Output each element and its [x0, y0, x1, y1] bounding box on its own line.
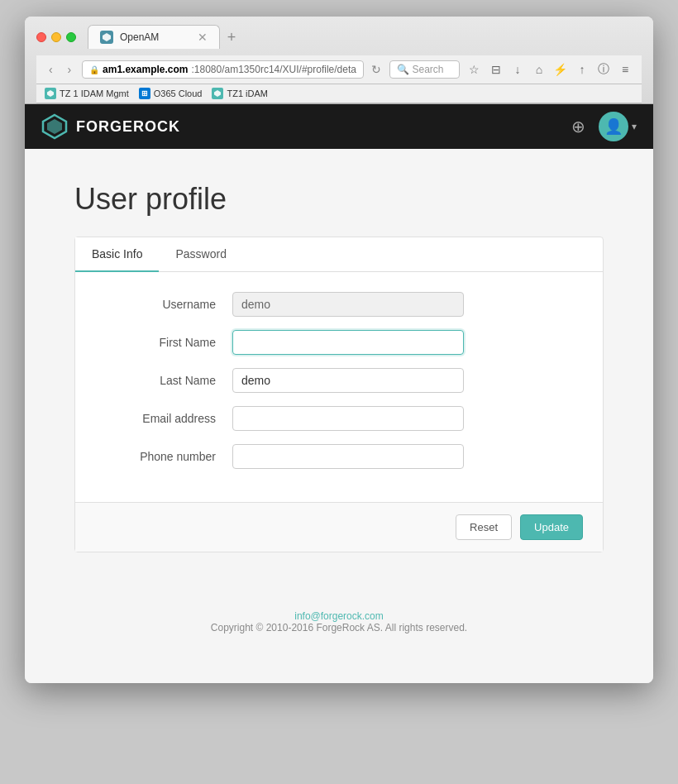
phone-label: Phone number — [100, 450, 232, 463]
bookmark-tz1-favicon — [46, 89, 55, 98]
tab-close-icon[interactable]: ✕ — [198, 31, 208, 44]
reset-button[interactable]: Reset — [456, 514, 512, 540]
lock-icon: 🔒 — [89, 65, 99, 74]
close-button[interactable] — [36, 32, 46, 42]
form-row-username: Username — [100, 292, 578, 317]
minimize-button[interactable] — [51, 32, 61, 42]
bookmark-star-icon[interactable]: ☆ — [466, 61, 483, 78]
bookmark-o365-label: O365 Cloud — [154, 88, 203, 98]
email-label: Email address — [100, 412, 232, 425]
user-dropdown-arrow-icon: ▾ — [632, 121, 637, 132]
footer-copyright: Copyright © 2010-2016 ForgeRock AS. All … — [50, 622, 628, 633]
footer-email-link[interactable]: info@forgerock.com — [294, 610, 384, 622]
tab-bar: OpenAM ✕ + — [88, 25, 241, 49]
address-bar: ‹ › 🔒 am1.example.com :18080/am1350rc14/… — [36, 55, 642, 84]
form-row-phone: Phone number — [100, 444, 578, 469]
search-placeholder-label: Search — [413, 64, 444, 75]
bookmark-tz1-idam-mgmt[interactable]: TZ 1 IDAM Mgmt — [45, 88, 129, 99]
search-icon: 🔍 — [397, 64, 409, 75]
address-path: :18080/am1350rc14/XUI/#profile/deta — [191, 64, 356, 75]
form-row-lastname: Last Name — [100, 368, 578, 393]
back-button[interactable]: ‹ — [45, 60, 57, 79]
main-content: User profile Basic Info Password Usernam… — [25, 149, 653, 586]
browser-search-box[interactable]: 🔍 Search — [389, 60, 460, 79]
bookmark-tz1-idam-favicon — [213, 89, 222, 98]
reading-list-icon[interactable]: ⊟ — [488, 61, 504, 78]
email-input[interactable] — [232, 406, 464, 431]
tab-favicon — [100, 31, 113, 44]
globe-nav-icon[interactable]: ⊕ — [571, 117, 585, 136]
share-icon[interactable]: ↑ — [574, 61, 590, 78]
svg-marker-2 — [214, 90, 221, 97]
user-avatar[interactable]: 👤 — [599, 112, 628, 141]
nav-icons: ⊕ 👤 ▾ — [571, 112, 637, 141]
bookmark-o365-cloud[interactable]: ⊞ O365 Cloud — [139, 88, 203, 99]
firstname-label: First Name — [100, 336, 232, 349]
browser-controls: OpenAM ✕ + — [36, 25, 642, 49]
bookmark-o365-icon: ⊞ — [139, 88, 150, 99]
browser-window: OpenAM ✕ + ‹ › 🔒 am1.example.com :18080/… — [25, 17, 653, 683]
home-icon[interactable]: ⌂ — [531, 61, 547, 78]
username-label: Username — [100, 298, 232, 311]
maximize-button[interactable] — [66, 32, 76, 42]
user-avatar-icon: 👤 — [604, 117, 623, 136]
tab-password[interactable]: Password — [159, 237, 242, 272]
lastname-input[interactable] — [232, 368, 464, 393]
form-actions: Reset Update — [75, 502, 603, 552]
forgerock-favicon-icon — [102, 32, 112, 42]
download-icon[interactable]: ↓ — [509, 61, 526, 78]
tab-basic-info[interactable]: Basic Info — [75, 237, 159, 272]
update-button[interactable]: Update — [520, 514, 583, 540]
app-content: FORGEROCK ⊕ 👤 ▾ User profile Basic Info — [25, 104, 653, 683]
extension-icon[interactable]: ⚡ — [552, 61, 569, 78]
bookmark-tz1-idam[interactable]: TZ1 iDAM — [212, 88, 268, 99]
info-icon[interactable]: ⓘ — [595, 61, 612, 78]
lastname-label: Last Name — [100, 374, 232, 387]
browser-titlebar: OpenAM ✕ + ‹ › 🔒 am1.example.com :18080/… — [25, 17, 653, 104]
svg-marker-0 — [103, 33, 111, 41]
bookmark-tz1-idam-icon — [212, 88, 223, 99]
forward-button[interactable]: › — [64, 60, 76, 79]
menu-icon[interactable]: ≡ — [617, 61, 633, 78]
form-card: Basic Info Password Username First Name — [74, 237, 604, 552]
tabs-header: Basic Info Password — [75, 237, 603, 272]
forgerock-logo-icon — [41, 113, 68, 140]
page-title: User profile — [74, 182, 604, 217]
brand: FORGEROCK — [41, 113, 180, 140]
traffic-lights — [36, 32, 76, 42]
browser-toolbar-icons: ☆ ⊟ ↓ ⌂ ⚡ ↑ ⓘ ≡ — [466, 61, 633, 78]
browser-tab-openam[interactable]: OpenAM ✕ — [88, 25, 220, 49]
firstname-input[interactable] — [232, 330, 464, 355]
bookmark-tz1-label: TZ 1 IDAM Mgmt — [60, 88, 129, 98]
address-domain: am1.example.com — [103, 64, 188, 75]
new-tab-button[interactable]: + — [222, 27, 241, 47]
form-body: Username First Name Last Name — [75, 272, 603, 502]
svg-marker-4 — [47, 119, 62, 134]
username-input[interactable] — [232, 292, 464, 317]
app-footer: info@forgerock.com Copyright © 2010-2016… — [25, 586, 653, 658]
form-row-firstname: First Name — [100, 330, 578, 355]
tab-title-label: OpenAM — [120, 31, 159, 43]
phone-input[interactable] — [232, 444, 464, 469]
brand-name-label: FORGEROCK — [76, 118, 180, 136]
svg-marker-1 — [47, 90, 54, 97]
bookmarks-bar: TZ 1 IDAM Mgmt ⊞ O365 Cloud TZ1 iDAM — [36, 84, 642, 103]
bookmark-tz1-icon — [45, 88, 56, 99]
user-menu[interactable]: 👤 ▾ — [599, 112, 637, 141]
refresh-button[interactable]: ↻ — [370, 60, 383, 79]
app-nav: FORGEROCK ⊕ 👤 ▾ — [25, 104, 653, 149]
form-row-email: Email address — [100, 406, 578, 431]
address-input[interactable]: 🔒 am1.example.com :18080/am1350rc14/XUI/… — [82, 60, 364, 79]
bookmark-tz1-idam-label: TZ1 iDAM — [227, 88, 268, 98]
